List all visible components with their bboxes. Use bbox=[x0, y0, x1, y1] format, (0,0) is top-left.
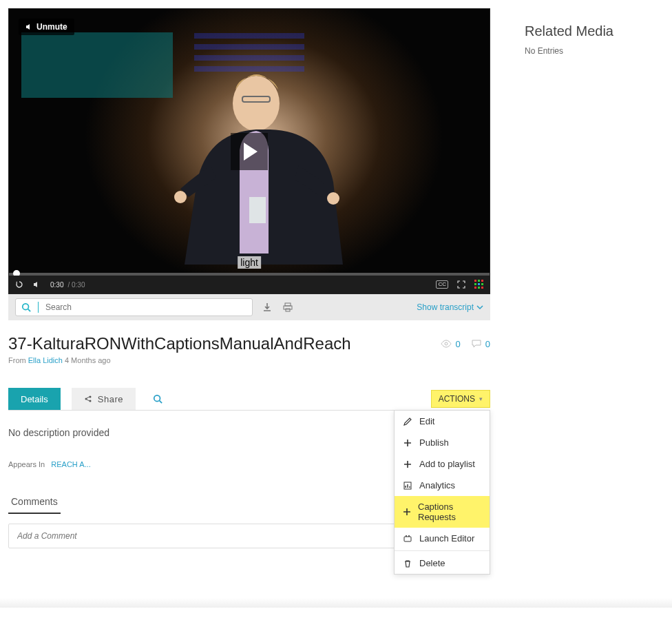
tab-search[interactable] bbox=[147, 388, 169, 410]
view-count: 0 bbox=[456, 339, 461, 349]
footer-shade bbox=[0, 598, 672, 608]
svg-point-18 bbox=[406, 535, 407, 537]
unmute-label: Unmute bbox=[36, 22, 67, 32]
current-time: 0:30 bbox=[50, 281, 63, 289]
plus-icon bbox=[403, 438, 412, 448]
page-title: 37-KalturaRONWithCaptionsManualAndReach bbox=[8, 334, 351, 353]
replay-button[interactable] bbox=[14, 280, 24, 289]
actions-button[interactable]: ACTIONS ▾ bbox=[431, 390, 490, 408]
actions-label: ACTIONS bbox=[439, 394, 475, 404]
svg-rect-7 bbox=[285, 303, 291, 306]
speaker-icon bbox=[25, 23, 32, 30]
show-transcript-label: Show transcript bbox=[417, 302, 474, 312]
tab-details[interactable]: Details bbox=[8, 388, 61, 410]
trash-icon bbox=[403, 559, 412, 568]
actions-item-label: Add to playlist bbox=[419, 459, 475, 469]
comment-count: 0 bbox=[485, 339, 490, 349]
plus-icon bbox=[403, 459, 412, 469]
volume-button[interactable] bbox=[32, 280, 42, 289]
svg-rect-2 bbox=[249, 197, 266, 223]
eye-icon bbox=[441, 340, 452, 348]
svg-point-5 bbox=[23, 304, 29, 310]
related-media-title: Related Media bbox=[525, 23, 664, 39]
fullscreen-button[interactable] bbox=[456, 280, 466, 289]
chevron-down-icon bbox=[476, 304, 483, 311]
search-icon bbox=[21, 302, 31, 312]
show-transcript-toggle[interactable]: Show transcript bbox=[417, 302, 483, 312]
unmute-button[interactable]: Unmute bbox=[19, 19, 74, 35]
play-button[interactable] bbox=[231, 133, 268, 170]
cc-button[interactable]: CC bbox=[436, 280, 448, 289]
editor-icon bbox=[403, 534, 412, 544]
svg-rect-17 bbox=[404, 537, 411, 541]
comments-tab[interactable]: Comments bbox=[8, 492, 61, 514]
transcript-search-input[interactable] bbox=[45, 302, 246, 312]
appears-in-link[interactable]: REACH A... bbox=[51, 460, 90, 468]
byline: From Ella Lidich 4 Months ago bbox=[8, 356, 490, 364]
pencil-icon bbox=[403, 417, 412, 426]
player-controls: 0:30 / 0:30 CC bbox=[9, 276, 490, 293]
actions-dropdown: EditPublishAdd to playlistAnalyticsCapti… bbox=[394, 410, 490, 575]
comment-icon bbox=[472, 339, 481, 349]
transcript-toolbar: Show transcript bbox=[8, 294, 490, 320]
plus-icon bbox=[403, 507, 411, 517]
duration: / 0:30 bbox=[67, 281, 85, 289]
svg-point-14 bbox=[154, 395, 160, 402]
chart-icon bbox=[403, 481, 412, 490]
caption-overlay: light bbox=[238, 256, 261, 269]
svg-point-19 bbox=[408, 535, 410, 537]
tabs-row: Details Share ACTIONS ▾ EditPublishAdd t… bbox=[8, 388, 490, 411]
tab-share-label: Share bbox=[98, 394, 123, 404]
actions-item-label: Edit bbox=[419, 416, 434, 426]
search-icon bbox=[153, 394, 162, 404]
actions-item-analytics[interactable]: Analytics bbox=[395, 475, 490, 496]
svg-point-3 bbox=[174, 191, 187, 203]
related-media-empty: No Entries bbox=[525, 46, 664, 56]
share-icon bbox=[84, 395, 92, 403]
transcript-search[interactable] bbox=[15, 298, 253, 316]
svg-point-0 bbox=[233, 76, 280, 131]
actions-item-publish[interactable]: Publish bbox=[395, 432, 490, 453]
svg-point-4 bbox=[327, 192, 339, 205]
svg-line-15 bbox=[160, 401, 162, 404]
author-link[interactable]: Ella Lidich bbox=[28, 356, 63, 364]
svg-line-6 bbox=[28, 309, 31, 312]
actions-item-label: Launch Editor bbox=[419, 533, 474, 544]
svg-point-10 bbox=[445, 342, 448, 345]
kaltura-logo-icon[interactable] bbox=[474, 280, 484, 289]
actions-item-add-to-playlist[interactable]: Add to playlist bbox=[395, 453, 490, 475]
chevron-down-icon: ▾ bbox=[479, 395, 483, 402]
tab-share[interactable]: Share bbox=[72, 388, 136, 410]
actions-item-label: Delete bbox=[419, 558, 445, 568]
search-divider bbox=[38, 302, 39, 313]
print-button[interactable] bbox=[282, 301, 294, 313]
actions-item-edit[interactable]: Edit bbox=[395, 411, 490, 432]
actions-item-label: Captions Requests bbox=[418, 502, 481, 522]
actions-item-label: Publish bbox=[419, 437, 449, 448]
video-player[interactable]: Unmute light 0:30 / 0:30 CC bbox=[8, 8, 490, 294]
download-button[interactable] bbox=[261, 301, 273, 313]
actions-item-captions-requests[interactable]: Captions Requests bbox=[395, 496, 490, 528]
actions-item-label: Analytics bbox=[419, 480, 455, 490]
actions-item-delete[interactable]: Delete bbox=[395, 552, 490, 574]
actions-item-launch-editor[interactable]: Launch Editor bbox=[395, 528, 490, 549]
